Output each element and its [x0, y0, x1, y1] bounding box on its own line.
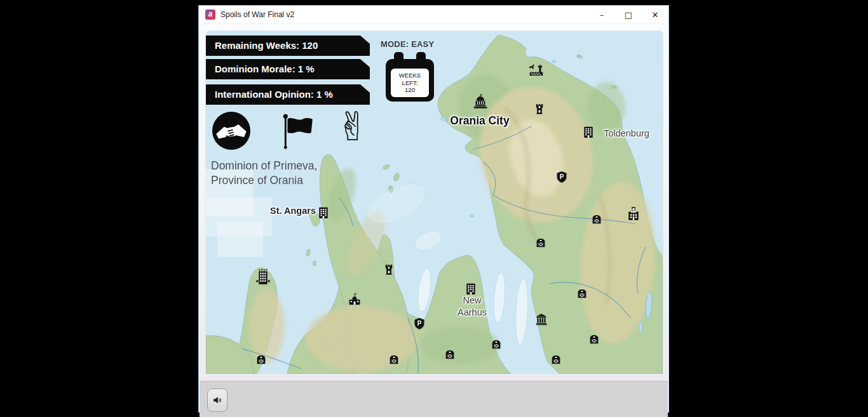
map-marker-barn[interactable]	[255, 354, 267, 365]
speaker-button[interactable]	[207, 388, 227, 412]
region-title-line1: Dominion of Primeva,	[211, 159, 317, 173]
calendar-face: WEEKS LEFT: 120	[391, 69, 429, 97]
region-title-line2: Province of Orania	[211, 173, 317, 188]
map-marker-barn[interactable]	[444, 348, 456, 360]
map-marker-capitol[interactable]	[472, 93, 489, 110]
calendar-line3: 120	[391, 86, 429, 94]
maximize-button[interactable]: □	[615, 6, 642, 24]
window-title: Spoils of War Final v2	[220, 10, 294, 19]
region-title: Dominion of Primeva, Province of Orania	[211, 159, 317, 188]
calendar-ring-right	[416, 52, 426, 66]
map-marker-police[interactable]	[413, 317, 426, 330]
map-marker-castle[interactable]	[383, 263, 396, 276]
calendar-line1: WEEKS	[391, 72, 429, 79]
game-content: Orania CityToldenburgSt. AngarsNew Aarhu…	[200, 24, 668, 411]
weeks-left-calendar[interactable]: WEEKS LEFT: 120	[386, 52, 434, 102]
map-marker-police[interactable]	[555, 171, 568, 183]
minimize-button[interactable]: –	[588, 6, 615, 24]
map-marker-barn[interactable]	[535, 237, 546, 248]
remaining-weeks-bar: Remaining Weeks: 120	[206, 36, 370, 56]
map-markers-layer	[206, 31, 663, 374]
map-marker-hospital[interactable]	[626, 206, 642, 222]
map-marker-castle[interactable]	[533, 102, 546, 116]
map-marker-barn[interactable]	[550, 354, 562, 365]
map-marker-barn[interactable]	[491, 338, 502, 350]
app-window: a Spoils of War Final v2 – □ ✕	[198, 5, 669, 413]
map-marker-barn[interactable]	[591, 213, 602, 225]
war-flag-icon[interactable]	[280, 113, 316, 150]
map-marker-office[interactable]	[464, 281, 478, 296]
map-marker-office[interactable]	[581, 124, 596, 139]
map-marker-school[interactable]	[347, 291, 362, 307]
map-marker-office[interactable]	[316, 205, 331, 220]
title-bar[interactable]: a Spoils of War Final v2 – □ ✕	[199, 6, 668, 24]
handshake-icon[interactable]	[212, 112, 250, 150]
international-opinion-bar: International Opinion: 1 %	[206, 84, 370, 105]
footer-bar	[200, 381, 668, 417]
game-map: Orania CityToldenburgSt. AngarsNew Aarhu…	[206, 31, 663, 374]
map-marker-bank[interactable]	[534, 312, 548, 326]
app-icon: a	[205, 10, 215, 20]
close-button[interactable]: ✕	[642, 6, 668, 24]
map-marker-barn[interactable]	[388, 354, 400, 365]
map-marker-jail[interactable]	[254, 268, 273, 288]
calendar-line2: LEFT:	[391, 79, 429, 87]
victory-hand-icon[interactable]: ✌	[334, 104, 372, 150]
dominion-morale-bar: Dominion Morale: 1 %	[206, 59, 370, 79]
speaker-icon	[212, 394, 224, 406]
map-marker-barn[interactable]	[588, 333, 600, 345]
mode-label: MODE: EASY	[381, 39, 434, 49]
map-marker-factory[interactable]	[528, 61, 545, 78]
map-marker-barn[interactable]	[576, 288, 588, 299]
calendar-ring-left	[394, 52, 403, 66]
